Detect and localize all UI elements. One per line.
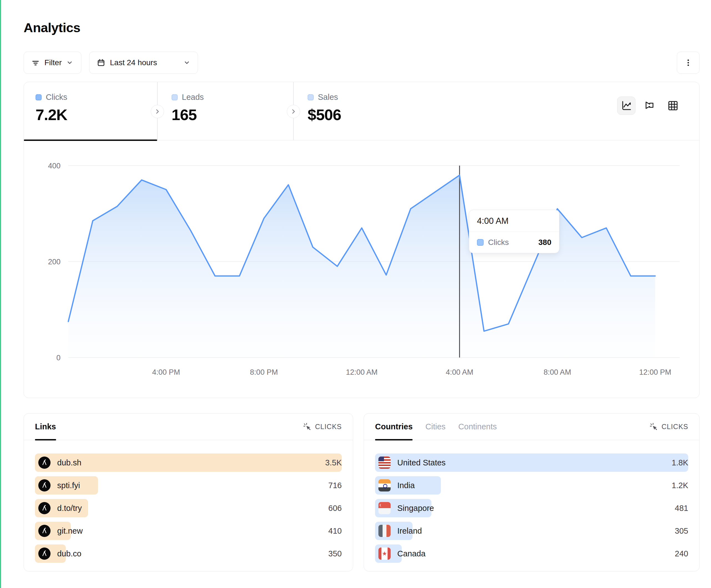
- funnel-chart-view-button[interactable]: [641, 96, 659, 115]
- tab-countries[interactable]: Countries: [375, 413, 413, 440]
- calendar-icon: [96, 58, 106, 67]
- link-label: dub.co: [57, 549, 81, 558]
- links-metric-header[interactable]: CLICKS: [303, 423, 342, 431]
- link-label: git.new: [57, 526, 83, 536]
- chart-tooltip: 4:00 AM Clicks 380: [469, 210, 559, 253]
- country-label: India: [397, 481, 415, 490]
- dub-logo-avatar: [38, 547, 50, 560]
- clicks-legend-swatch: [36, 94, 42, 100]
- country-clicks-value: 1.8K: [672, 453, 688, 472]
- filter-button[interactable]: Filter: [24, 51, 81, 74]
- country-label: Singapore: [397, 504, 434, 513]
- link-label: dub.sh: [57, 458, 81, 467]
- tooltip-series-swatch: [477, 239, 483, 246]
- expand-leads-button[interactable]: [151, 105, 164, 118]
- country-clicks-value: 1.2K: [672, 476, 688, 495]
- country-row[interactable]: Canada 240: [375, 544, 688, 563]
- dub-logo-avatar: [38, 456, 50, 469]
- link-clicks-value: 606: [328, 499, 342, 517]
- flag-ca-icon: [379, 547, 391, 560]
- chevron-right-icon: [289, 107, 298, 116]
- line-chart-icon: [620, 99, 633, 112]
- flag-us-icon: [379, 456, 391, 469]
- x-axis-label-4-00-PM: 4:00 PM: [152, 368, 180, 376]
- funnel-chart-icon: [643, 99, 656, 112]
- tooltip-series-label: Clicks: [488, 238, 534, 247]
- x-axis-label-12-00-PM: 12:00 PM: [639, 368, 671, 376]
- countries-metric-label: CLICKS: [662, 423, 688, 431]
- country-clicks-value: 240: [675, 544, 688, 563]
- clicks-value: 7.2K: [36, 106, 157, 124]
- countries-metric-header[interactable]: CLICKS: [649, 423, 688, 431]
- country-row[interactable]: United States 1.8K: [375, 453, 688, 472]
- link-clicks-value: 3.5K: [325, 453, 342, 472]
- y-axis-label-400: 400: [48, 162, 61, 170]
- chart-area-fill: [68, 175, 655, 358]
- x-axis-label-12-00-AM: 12:00 AM: [346, 368, 378, 376]
- dub-logo-avatar: [38, 525, 50, 537]
- x-axis-label-4-00-AM: 4:00 AM: [446, 368, 473, 376]
- links-panel: Links CLICKS dub.sh 3.5K spti.fyi: [24, 413, 353, 571]
- filter-lines-icon: [31, 58, 40, 67]
- tooltip-series-value: 380: [538, 238, 552, 247]
- clicks-label: Clicks: [46, 93, 67, 102]
- flag-in-icon: [379, 479, 391, 492]
- table-icon: [666, 99, 680, 112]
- countries-list: United States 1.8K India 1.2K Singapore …: [364, 440, 699, 563]
- dub-logo-avatar: [38, 502, 50, 514]
- sales-value: $506: [308, 106, 490, 124]
- analytics-page: Analytics Filter Last 24 hours: [0, 0, 711, 588]
- flag-sg-icon: [379, 502, 391, 514]
- countries-tab-bar: CountriesCitiesContinents: [375, 413, 497, 440]
- link-row[interactable]: dub.co 350: [35, 544, 342, 563]
- link-clicks-value: 350: [328, 544, 342, 563]
- links-metric-label: CLICKS: [315, 423, 342, 431]
- x-axis-label-8-00-PM: 8:00 PM: [250, 368, 278, 376]
- dub-logo-avatar: [38, 479, 50, 492]
- page-title: Analytics: [24, 20, 80, 35]
- date-range-button[interactable]: Last 24 hours: [89, 51, 198, 74]
- tab-links[interactable]: Links: [35, 413, 56, 440]
- table-view-button[interactable]: [664, 96, 682, 115]
- analytics-card: Clicks 7.2K Leads 165: [24, 82, 699, 398]
- flag-ie-icon: [379, 525, 391, 537]
- chart-canvas: 02004004:00 PM8:00 PM12:00 AM4:00 AM8:00…: [24, 140, 699, 398]
- chevron-down-icon: [66, 59, 73, 66]
- cursor-click-icon: [303, 423, 312, 431]
- country-row[interactable]: Singapore 481: [375, 499, 688, 517]
- more-options-button[interactable]: [677, 51, 699, 74]
- link-label: spti.fyi: [57, 481, 80, 490]
- clicks-time-series-chart[interactable]: 02004004:00 PM8:00 PM12:00 AM4:00 AM8:00…: [24, 140, 699, 398]
- leads-value: 165: [172, 106, 293, 124]
- sales-legend-swatch: [308, 94, 314, 100]
- tab-sales[interactable]: Sales $506: [296, 82, 490, 140]
- country-label: United States: [397, 458, 446, 467]
- chart-view-toggles: [617, 96, 682, 115]
- country-row[interactable]: Ireland 305: [375, 522, 688, 540]
- tab-leads[interactable]: Leads 165: [160, 82, 293, 140]
- links-list: dub.sh 3.5K spti.fyi 716 d.to/try 606: [24, 440, 353, 563]
- filter-button-label: Filter: [44, 58, 62, 67]
- tab-cities[interactable]: Cities: [425, 413, 446, 440]
- line-chart-view-button[interactable]: [617, 96, 635, 115]
- country-label: Canada: [397, 549, 426, 558]
- country-row[interactable]: India 1.2K: [375, 476, 688, 495]
- expand-sales-button[interactable]: [287, 105, 300, 118]
- tooltip-time: 4:00 AM: [469, 210, 559, 232]
- link-clicks-value: 716: [328, 476, 342, 495]
- link-row[interactable]: d.to/try 606: [35, 499, 342, 517]
- left-edge-strip: [0, 0, 1, 588]
- leads-legend-swatch: [172, 94, 178, 100]
- country-clicks-value: 305: [675, 522, 688, 540]
- y-axis-label-200: 200: [48, 258, 61, 266]
- link-row[interactable]: spti.fyi 716: [35, 476, 342, 495]
- metric-tabs-row: Clicks 7.2K Leads 165: [24, 82, 699, 140]
- country-label: Ireland: [397, 526, 422, 536]
- chevron-down-icon: [183, 59, 191, 66]
- tab-continents[interactable]: Continents: [458, 413, 497, 440]
- link-row[interactable]: git.new 410: [35, 522, 342, 540]
- leads-label: Leads: [182, 93, 204, 102]
- tab-clicks[interactable]: Clicks 7.2K: [24, 82, 157, 140]
- link-row[interactable]: dub.sh 3.5K: [35, 453, 342, 472]
- country-clicks-value: 481: [675, 499, 688, 517]
